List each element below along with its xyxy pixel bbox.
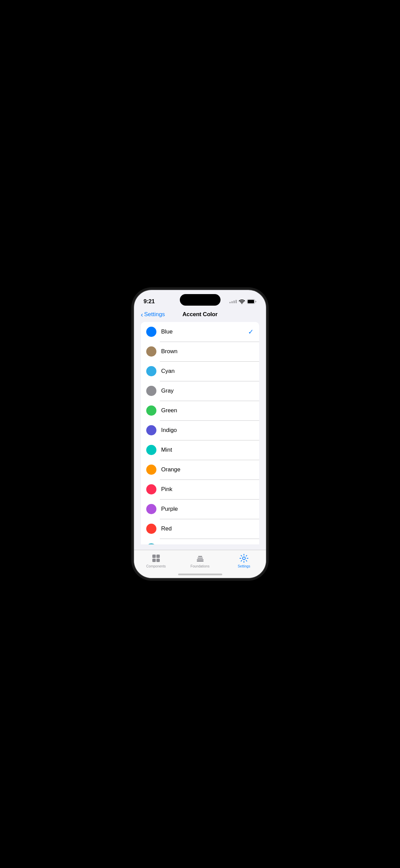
color-label-mint: Mint bbox=[161, 447, 254, 453]
back-button[interactable]: ‹ Settings bbox=[141, 311, 165, 318]
color-list: Blue✓BrownCyanGrayGreenIndigoMintOrangeP… bbox=[141, 322, 259, 544]
color-label-blue: Blue bbox=[161, 328, 248, 335]
color-label-green: Green bbox=[161, 407, 254, 414]
color-item-orange[interactable]: Orange bbox=[141, 460, 259, 480]
svg-rect-3 bbox=[156, 555, 160, 558]
color-item-teal[interactable]: Teal bbox=[141, 539, 259, 544]
status-bar: 9:21 bbox=[134, 290, 266, 308]
svg-rect-1 bbox=[248, 300, 254, 303]
tab-components-label: Components bbox=[146, 564, 166, 568]
color-item-purple[interactable]: Purple bbox=[141, 499, 259, 519]
svg-rect-6 bbox=[197, 559, 204, 560]
battery-icon bbox=[247, 299, 256, 304]
color-dot-brown bbox=[146, 346, 156, 357]
color-dot-red bbox=[146, 524, 156, 534]
tab-foundations-label: Foundations bbox=[190, 564, 209, 568]
tab-settings[interactable]: Settings bbox=[222, 554, 266, 568]
phone-frame: 9:21 ‹ Settings Accent Color bbox=[133, 289, 267, 579]
back-label: Settings bbox=[144, 311, 165, 318]
color-label-indigo: Indigo bbox=[161, 427, 254, 434]
color-dot-blue bbox=[146, 327, 156, 337]
svg-rect-4 bbox=[152, 559, 156, 562]
color-item-green[interactable]: Green bbox=[141, 401, 259, 420]
color-label-red: Red bbox=[161, 525, 254, 532]
color-dot-purple bbox=[146, 504, 156, 514]
color-label-cyan: Cyan bbox=[161, 368, 254, 375]
color-dot-mint bbox=[146, 445, 156, 455]
color-item-gray[interactable]: Gray bbox=[141, 381, 259, 401]
components-icon bbox=[151, 554, 161, 563]
color-dot-green bbox=[146, 405, 156, 416]
color-dot-gray bbox=[146, 386, 156, 396]
color-label-orange: Orange bbox=[161, 466, 254, 473]
svg-rect-5 bbox=[156, 559, 160, 562]
color-dot-indigo bbox=[146, 425, 156, 435]
color-item-pink[interactable]: Pink bbox=[141, 480, 259, 499]
color-label-pink: Pink bbox=[161, 486, 254, 493]
svg-rect-7 bbox=[197, 558, 203, 559]
settings-icon bbox=[239, 554, 249, 563]
wifi-icon bbox=[239, 300, 245, 304]
tab-components[interactable]: Components bbox=[134, 554, 178, 568]
home-indicator bbox=[178, 574, 222, 575]
color-dot-orange bbox=[146, 465, 156, 475]
selected-checkmark: ✓ bbox=[248, 328, 254, 336]
color-item-cyan[interactable]: Cyan bbox=[141, 361, 259, 381]
color-label-purple: Purple bbox=[161, 506, 254, 512]
svg-rect-9 bbox=[197, 561, 204, 562]
nav-bar: ‹ Settings Accent Color bbox=[134, 308, 266, 322]
tab-settings-label: Settings bbox=[238, 564, 250, 568]
color-dot-pink bbox=[146, 484, 156, 494]
tab-foundations[interactable]: Foundations bbox=[178, 554, 222, 568]
color-item-indigo[interactable]: Indigo bbox=[141, 420, 259, 440]
foundations-icon bbox=[195, 554, 205, 563]
status-icons bbox=[229, 299, 256, 304]
page-title: Accent Color bbox=[183, 311, 217, 318]
signal-icon bbox=[229, 300, 237, 303]
svg-rect-8 bbox=[198, 556, 202, 557]
color-label-gray: Gray bbox=[161, 387, 254, 394]
svg-point-10 bbox=[243, 557, 245, 560]
color-dot-cyan bbox=[146, 366, 156, 376]
status-time: 9:21 bbox=[144, 298, 155, 305]
svg-rect-2 bbox=[152, 555, 156, 558]
color-item-mint[interactable]: Mint bbox=[141, 440, 259, 460]
color-item-brown[interactable]: Brown bbox=[141, 342, 259, 361]
color-dot-teal bbox=[146, 543, 156, 544]
color-label-brown: Brown bbox=[161, 348, 254, 355]
back-chevron-icon: ‹ bbox=[141, 311, 143, 318]
color-item-red[interactable]: Red bbox=[141, 519, 259, 539]
color-item-blue[interactable]: Blue✓ bbox=[141, 322, 259, 342]
content-area: Blue✓BrownCyanGrayGreenIndigoMintOrangeP… bbox=[134, 322, 266, 544]
